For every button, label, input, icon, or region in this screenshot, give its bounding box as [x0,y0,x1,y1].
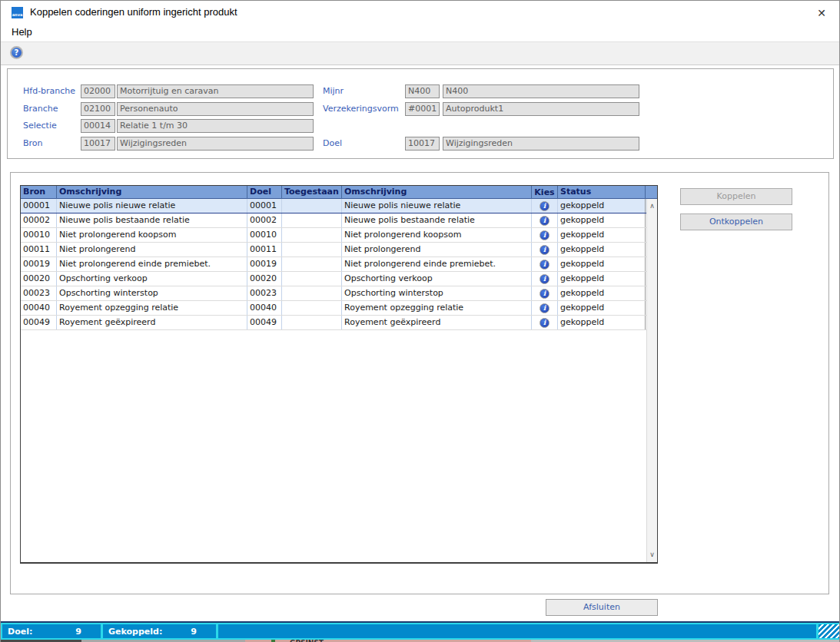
vertical-scrollbar[interactable]: ∧ ∨ [646,199,657,562]
status-cell: gekoppeld [558,228,646,242]
toolbar: ? [1,41,839,65]
scroll-up-icon[interactable]: ∧ [647,200,657,212]
info-icon[interactable]: i [540,303,549,313]
selectie-code-field: 00014 [81,119,115,133]
kies-cell: i [532,316,558,329]
table-cell [282,199,342,213]
kies-cell: i [532,301,558,315]
column-header-bron[interactable]: Bron [21,186,57,199]
statusbar-panel-empty [218,624,816,638]
table-row[interactable]: 00049Royement geëxpireerd00049Royement g… [21,316,657,330]
info-icon[interactable]: i [540,201,549,211]
table-cell [282,228,342,242]
form-groupbox: Hfd-branche 02000 Motorrijtuig en carava… [7,68,834,159]
koppelen-button: Koppelen [680,188,792,205]
table-cell: 00011 [247,243,282,256]
table-cell [282,272,342,286]
table-body: 00001Nieuwe polis nieuwe relatie00001Nie… [21,199,657,330]
table-cell: 00049 [247,316,282,329]
doel-code-field: 10017 [405,137,440,151]
mijnr-label: Mijnr [323,84,344,98]
table-cell [282,257,342,271]
table-cell [282,316,342,329]
bron-desc-field: Wijzigingsreden [117,137,314,151]
info-icon[interactable]: i [540,274,549,284]
resize-grip[interactable] [818,624,839,638]
help-icon[interactable]: ? [10,46,23,59]
branche-code-field: 02100 [81,102,115,116]
statusbar-gekoppeld-label: Gekoppeld: [108,627,162,637]
column-header-doel[interactable]: Doel [247,186,282,199]
column-header-omschrijving-bron[interactable]: Omschrijving [57,186,247,199]
table-cell [282,213,342,227]
table-cell: 00001 [247,199,282,213]
table-cell: Opschorting verkoop [342,272,532,286]
statusbar-panel-doel: Doel: 9 [2,624,101,638]
branche-label: Branche [23,102,58,116]
scroll-down-icon[interactable]: ∨ [647,549,657,561]
kies-cell: i [532,228,558,242]
hfd-branche-code-field: 02000 [81,84,115,98]
table-cell: Niet prolongerend [57,243,247,256]
status-cell: gekoppeld [558,272,646,286]
info-icon[interactable]: i [540,230,549,240]
kies-cell: i [532,243,558,256]
table-header-row: Bron Omschrijving Doel Toegestaan Omschr… [21,186,657,199]
kies-cell: i [532,199,558,213]
table-cell: Royement opzegging relatie [342,301,532,315]
table-cell: Nieuwe polis nieuwe relatie [342,199,532,213]
statusbar-gekoppeld-value: 9 [191,627,197,637]
kies-cell: i [532,286,558,300]
table-cell: Nieuwe polis nieuwe relatie [57,199,247,213]
table-cell: Royement geëxpireerd [342,316,532,329]
table-cell: Opschorting verkoop [57,272,247,286]
table-cell: 00010 [247,228,282,242]
table-cell: 00019 [21,257,57,271]
branche-desc-field: Personenauto [117,102,314,116]
info-icon[interactable]: i [540,260,549,270]
column-header-kies[interactable]: Kies [532,186,558,199]
table-cell: Niet prolongerend koopsom [57,228,247,242]
table-row[interactable]: 00011Niet prolongerend00011Niet prolonge… [21,243,657,257]
statusbar: Doel: 9 Gekoppeld: 9 [1,621,840,640]
table-cell: 00020 [21,272,57,286]
codes-table: Bron Omschrijving Doel Toegestaan Omschr… [20,185,658,564]
table-cell: Nieuwe polis bestaande relatie [342,213,532,227]
info-icon[interactable]: i [540,289,549,299]
statusbar-doel-label: Doel: [8,627,32,637]
status-cell: gekoppeld [558,316,646,329]
info-icon[interactable]: i [540,318,549,328]
doel-label: Doel [323,137,342,151]
table-cell: 00040 [247,301,282,315]
table-row[interactable]: 00019Niet prolongerend einde premiebet.0… [21,257,657,272]
table-row[interactable]: 00010Niet prolongerend koopsom00010Niet … [21,228,657,243]
table-row[interactable]: 00023Opschorting winterstop00023Opschort… [21,286,657,301]
table-cell: Royement opzegging relatie [57,301,247,315]
table-row[interactable]: 00002Nieuwe polis bestaande relatie00002… [21,213,657,228]
table-row[interactable]: 00020Opschorting verkoop00020Opschorting… [21,272,657,286]
titlebar: anva Koppelen coderingen uniform ingeric… [1,1,839,24]
table-cell: 00002 [21,213,57,227]
status-cell: gekoppeld [558,257,646,271]
afsluiten-button[interactable]: Afsluiten [546,599,658,616]
table-row[interactable]: 00001Nieuwe polis nieuwe relatie00001Nie… [21,199,657,213]
menu-item-help[interactable]: Help [8,24,35,41]
ontkoppelen-button[interactable]: Ontkoppelen [680,213,792,230]
column-header-omschrijving-doel[interactable]: Omschrijving [342,186,532,199]
statusbar-panel-gekoppeld: Gekoppeld: 9 [103,624,216,638]
kies-cell: i [532,257,558,271]
table-cell: 00040 [21,301,57,315]
status-cell: gekoppeld [558,301,646,315]
info-icon[interactable]: i [540,245,549,255]
close-icon[interactable]: ✕ [814,5,829,21]
column-header-toegestaan[interactable]: Toegestaan [282,186,342,199]
table-cell: 00023 [247,286,282,300]
verzekeringsvorm-code-field: #0001 [405,102,440,116]
table-cell [282,243,342,256]
info-icon[interactable]: i [540,216,549,226]
table-cell: Niet prolongerend koopsom [342,228,532,242]
table-cell: 00020 [247,272,282,286]
column-header-status[interactable]: Status [558,186,646,199]
table-row[interactable]: 00040Royement opzegging relatie00040Roye… [21,301,657,316]
hfd-branche-label: Hfd-branche [23,84,75,98]
